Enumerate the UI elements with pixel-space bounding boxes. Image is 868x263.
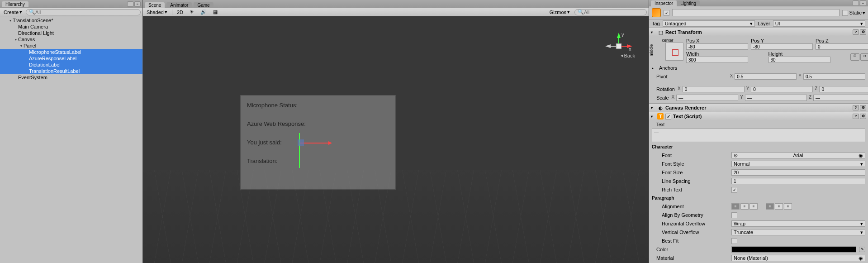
align-center-button[interactable]: ≡ <box>740 203 749 210</box>
tree-item-directional-light[interactable]: Directional Light <box>0 30 142 36</box>
static-toggle[interactable]: Static▾ <box>842 10 865 16</box>
object-picker-icon[interactable]: ◉ <box>859 255 863 261</box>
v-overflow-dropdown[interactable]: Truncate▾ <box>731 229 865 235</box>
expand-arrow-icon[interactable]: ▾ <box>19 44 24 48</box>
best-fit-checkbox[interactable] <box>731 238 737 244</box>
material-field[interactable]: None (Material)◉ <box>731 255 865 261</box>
tree-item-canvas[interactable]: ▾Canvas <box>0 36 142 43</box>
expand-arrow-icon[interactable]: ▸ <box>652 66 656 70</box>
expand-arrow-icon[interactable]: ▾ <box>651 115 655 119</box>
chevron-down-icon: ▾ <box>165 9 167 15</box>
pivot-y-input[interactable] <box>803 73 865 80</box>
scl-x-input[interactable] <box>676 95 738 101</box>
tab-scene[interactable]: Scene <box>145 2 165 8</box>
panel-menu-icon[interactable]: ≡ <box>860 0 866 6</box>
font-size-input[interactable] <box>731 169 865 176</box>
tree-item-dictation-label[interactable]: DictationLabel <box>0 62 142 68</box>
expand-arrow-icon[interactable]: ▾ <box>14 38 18 42</box>
height-label: Height <box>768 51 848 57</box>
create-dropdown[interactable]: Create▾ <box>2 9 24 15</box>
hierarchy-tab[interactable]: Hierarchy <box>2 1 28 7</box>
align-left-button[interactable]: ≡ <box>731 203 740 210</box>
object-name-input[interactable] <box>672 9 840 16</box>
shaded-dropdown[interactable]: Shaded▾ <box>145 9 169 15</box>
rot-z-input[interactable] <box>819 86 868 92</box>
align-right-button[interactable]: ≡ <box>749 203 758 210</box>
tag-dropdown[interactable]: Untagged▾ <box>663 20 755 27</box>
static-checkbox[interactable] <box>842 10 848 16</box>
h-overflow-dropdown[interactable]: Wrap▾ <box>731 220 865 227</box>
expand-arrow-icon[interactable]: ▾ <box>651 106 655 110</box>
rich-text-checkbox[interactable]: ✓ <box>731 187 737 193</box>
width-input[interactable] <box>686 57 748 63</box>
raw-edit-button[interactable]: R <box>860 53 868 61</box>
pivot-x-input[interactable] <box>735 73 797 80</box>
color-picker-icon[interactable]: ✎ <box>859 247 865 252</box>
font-style-dropdown[interactable]: Normal▾ <box>731 161 865 167</box>
tab-inspector[interactable]: Inspector <box>651 0 677 6</box>
align-top-button[interactable]: ≡ <box>766 203 774 210</box>
expand-arrow-icon[interactable]: ▾ <box>8 19 13 23</box>
audio-icon[interactable]: 🔊 <box>199 9 209 15</box>
scene-canvas[interactable]: Microphone Status: Azure Web Response: Y… <box>143 16 649 263</box>
move-gizmo-icon[interactable] <box>296 133 332 169</box>
gameobject-icon[interactable] <box>652 8 661 17</box>
posy-input[interactable] <box>751 43 813 50</box>
font-field[interactable]: ⊙Arial◉ <box>731 152 865 158</box>
text-component-header[interactable]: ▾ T ✓ Text (Script) ?⚙ <box>649 112 868 120</box>
align-bottom-button[interactable]: ≡ <box>784 203 792 210</box>
align-geometry-checkbox[interactable] <box>731 212 737 218</box>
anchor-preset-button[interactable] <box>665 43 683 61</box>
align-middle-button[interactable]: ≡ <box>775 203 783 210</box>
canvas-renderer-header[interactable]: ▾ ◐ Canvas Renderer ?⚙ <box>649 104 868 112</box>
panel-lock-icon[interactable] <box>127 1 133 7</box>
font-style-value: Normal <box>734 161 749 167</box>
tree-item-microphone-status-label[interactable]: MicrophoneStatusLabel <box>0 49 142 55</box>
tab-animator[interactable]: Animator <box>166 2 192 8</box>
hierarchy-panel: Hierarchy ≡ Create▾ 🔍All ▾TranslationSce… <box>0 0 143 263</box>
posz-input[interactable] <box>816 43 868 50</box>
chevron-down-icon: ▾ <box>860 21 863 27</box>
tree-scene-root[interactable]: ▾TranslationScene* <box>0 17 142 24</box>
hierarchy-search-input[interactable]: 🔍All <box>26 9 141 15</box>
rot-y-input[interactable] <box>751 86 813 92</box>
tree-item-translation-result-label[interactable]: TranslationResultLabel <box>0 68 142 74</box>
fx-icon[interactable]: ▦ <box>211 9 219 15</box>
gear-icon[interactable]: ⚙ <box>860 29 866 35</box>
height-input[interactable] <box>768 57 830 63</box>
text-textarea[interactable]: — <box>652 129 865 142</box>
help-icon[interactable]: ? <box>853 105 859 110</box>
light-icon[interactable]: ☀ <box>188 9 196 15</box>
gizmos-dropdown[interactable]: Gizmos▾ <box>548 9 572 15</box>
tab-game[interactable]: Game <box>194 2 213 8</box>
tree-item-azure-response-label[interactable]: AzureResponseLabel <box>0 55 142 62</box>
help-icon[interactable]: ? <box>853 29 859 35</box>
active-checkbox[interactable]: ✓ <box>664 10 669 16</box>
text-enabled-checkbox[interactable]: ✓ <box>665 114 671 120</box>
blueprint-mode-button[interactable]: ⊞ <box>850 53 859 61</box>
tree-item-main-camera[interactable]: Main Camera <box>0 24 142 30</box>
tree-item-eventsystem[interactable]: EventSystem <box>0 74 142 81</box>
layer-dropdown[interactable]: UI▾ <box>773 20 865 27</box>
scl-z-input[interactable] <box>813 95 868 101</box>
scl-y-input[interactable] <box>745 95 807 101</box>
color-label: Color <box>652 247 729 252</box>
tree-item-panel[interactable]: ▾Panel <box>0 43 142 49</box>
color-swatch[interactable] <box>731 246 856 253</box>
layer-label: Layer <box>758 21 770 26</box>
help-icon[interactable]: ? <box>853 114 859 119</box>
panel-lock-icon[interactable] <box>853 0 859 6</box>
scene-search-input[interactable]: 🔍All <box>574 9 647 15</box>
panel-menu-icon[interactable]: ≡ <box>134 1 141 7</box>
gear-icon[interactable]: ⚙ <box>860 105 866 110</box>
posx-input[interactable] <box>686 43 748 50</box>
object-picker-icon[interactable]: ◉ <box>859 153 863 158</box>
2d-toggle[interactable]: 2D <box>175 10 185 15</box>
gear-icon[interactable]: ⚙ <box>860 114 866 119</box>
rect-transform-header[interactable]: ▾ ⬚ Rect Transform ?⚙ <box>649 28 868 36</box>
line-spacing-input[interactable] <box>731 178 865 184</box>
expand-arrow-icon[interactable]: ▾ <box>651 30 655 34</box>
back-button[interactable]: ◂Back <box>621 53 635 58</box>
rot-x-input[interactable] <box>683 86 745 92</box>
tab-lighting[interactable]: Lighting <box>677 0 700 6</box>
